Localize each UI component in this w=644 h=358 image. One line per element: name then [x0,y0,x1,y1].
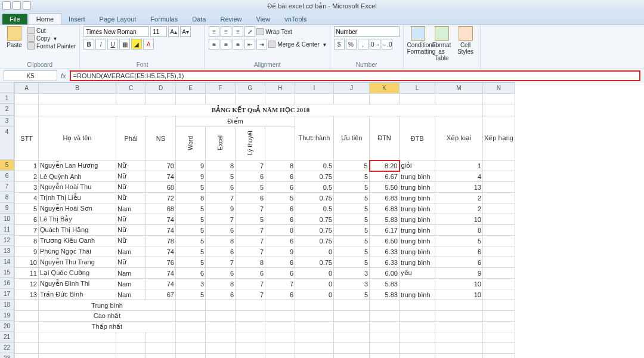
hdr-xeploai[interactable]: Xếp loại [435,116,483,161]
cell-ns[interactable]: 70 [146,161,176,171]
cell[interactable] [435,322,483,332]
wrap-text-button[interactable]: Wrap Text [256,28,292,35]
cell-thuchanh[interactable]: 6 [265,257,295,268]
cell-excel[interactable]: 9 [206,203,236,214]
cell-word[interactable]: 6 [176,268,206,279]
increase-font-button[interactable]: A▴ [168,26,179,37]
cell-phai[interactable]: Nam [116,289,146,300]
cell-hoten[interactable]: Lê Thị Bảy [39,214,116,225]
tab-home[interactable]: Home [29,13,61,24]
cell-excel[interactable]: 6 [206,225,236,236]
cell-thuchanh[interactable]: 6 [265,182,295,193]
cell[interactable] [146,343,176,354]
row-header[interactable]: 20 [0,321,14,332]
cell-stt[interactable]: 12 [15,279,39,289]
cell-xephang[interactable]: 6 [435,246,483,257]
cell[interactable] [265,354,295,359]
cell-xeploai[interactable]: yếu [400,268,435,279]
cell-dtn[interactable]: 5 [334,246,370,257]
cell[interactable] [435,300,483,311]
cell-ns[interactable]: 68 [146,203,176,214]
cell-word[interactable]: 9 [176,171,206,182]
cell[interactable] [116,332,146,343]
cell[interactable] [435,311,483,322]
cell[interactable] [15,343,39,354]
cell-ns[interactable]: 74 [146,225,176,236]
cell-xeploai[interactable]: trung bình [400,171,435,182]
cell-uutien[interactable]: 0.75 [295,193,334,203]
summary-label[interactable]: Thấp nhất [39,322,176,332]
cell[interactable] [236,343,265,354]
col-header[interactable]: I [295,83,334,94]
align-bottom-button[interactable]: ≡ [233,26,243,37]
cell[interactable] [15,332,39,343]
cell-uutien[interactable]: 0.5 [295,203,334,214]
cell[interactable] [370,311,400,322]
cell-xeploai[interactable]: trung bình [400,214,435,225]
cell-phai[interactable]: Nam [116,246,146,257]
tab-file[interactable]: File [2,14,27,24]
cell[interactable] [176,300,206,311]
cell-dtn[interactable]: 5 [334,171,370,182]
copy-button[interactable]: Copy ▾ [27,35,76,42]
summary-label[interactable]: Trung bình [39,300,176,311]
border-button[interactable]: ▦ [119,39,130,50]
cell[interactable] [206,300,236,311]
cell[interactable] [483,246,515,257]
cell-xeploai[interactable]: trung bình [400,289,435,300]
cell-xeploai[interactable] [400,279,435,289]
cell-xephang[interactable]: 6 [435,257,483,268]
cell-phai[interactable]: Nam [116,203,146,214]
cell-dtn[interactable]: 5 [334,193,370,203]
font-name-select[interactable] [83,26,149,37]
align-middle-button[interactable]: ≡ [221,26,231,37]
cell-ns[interactable]: 74 [146,268,176,279]
col-header[interactable]: C [116,83,146,94]
cell-xephang[interactable]: 2 [435,193,483,203]
cell-ns[interactable]: 67 [146,289,176,300]
cell-dtb[interactable]: 6.50 [370,236,400,246]
row-header[interactable]: 10 [0,214,14,224]
name-box[interactable]: K5 [4,70,57,81]
row-header[interactable]: 1 [0,93,14,104]
cell-uutien[interactable]: 0 [295,246,334,257]
increase-decimal-button[interactable]: .0→ [370,39,380,50]
cut-button[interactable]: Cut [27,27,76,34]
cell-excel[interactable]: 7 [206,193,236,203]
row-header[interactable]: 7 [0,181,14,192]
col-header[interactable]: G [236,83,265,94]
increase-indent-button[interactable]: ⇥ [256,39,267,50]
cell[interactable] [15,322,39,332]
cell-lythuyet[interactable]: 7 [236,279,265,289]
cell[interactable] [483,300,515,311]
cell-xeploai[interactable]: trung bình [400,225,435,236]
cell[interactable] [236,354,265,359]
cell[interactable] [400,332,435,343]
col-header[interactable]: N [483,83,515,94]
col-header[interactable]: L [400,83,435,94]
row-header[interactable]: 13 [0,246,14,257]
cell[interactable] [483,203,515,214]
cell[interactable] [370,300,400,311]
cell-dtb[interactable]: 5.83 [370,279,400,289]
cell[interactable] [483,193,515,203]
cell-excel[interactable]: 7 [206,257,236,268]
italic-button[interactable]: I [95,39,106,50]
cell-word[interactable]: 5 [176,236,206,246]
format-painter-button[interactable]: Format Painter [27,42,76,50]
fill-color-button[interactable]: ◢ [131,39,142,50]
currency-button[interactable]: $ [334,39,345,50]
cell-thuchanh[interactable]: 6 [265,268,295,279]
hdr-word[interactable]: Word [176,127,206,161]
cell-ns[interactable]: 68 [146,182,176,193]
cell[interactable] [265,127,295,161]
hdr-excel[interactable]: Excel [206,127,236,161]
cell-thuchanh[interactable]: 6 [265,236,295,246]
row-header[interactable]: 4 [0,126,14,160]
cell-word[interactable]: 8 [176,193,206,203]
hdr-dtn[interactable]: ĐTN [370,116,400,161]
cell[interactable] [236,332,265,343]
row-header[interactable]: 6 [0,171,14,181]
cell[interactable] [295,322,334,332]
col-header[interactable]: J [334,83,370,94]
